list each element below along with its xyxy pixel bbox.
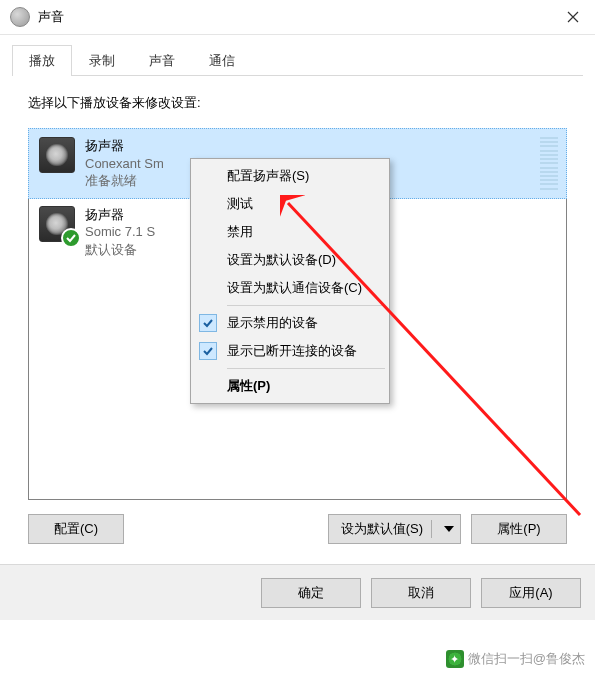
cancel-button[interactable]: 取消 <box>371 578 471 608</box>
tab-sounds[interactable]: 声音 <box>132 45 192 76</box>
dropdown-divider <box>431 520 432 538</box>
menu-set-default-comm[interactable]: 设置为默认通信设备(C) <box>193 274 387 302</box>
window-icon <box>10 7 30 27</box>
properties-button[interactable]: 属性(P) <box>471 514 567 544</box>
instruction-text: 选择以下播放设备来修改设置: <box>28 94 567 112</box>
spacer <box>134 514 318 544</box>
check-icon <box>199 314 217 332</box>
watermark-text: 微信扫一扫@鲁俊杰 <box>468 650 585 668</box>
menu-show-disconnected-label: 显示已断开连接的设备 <box>227 343 357 358</box>
menu-disable[interactable]: 禁用 <box>193 218 387 246</box>
tab-strip: 播放 录制 声音 通信 <box>12 45 583 76</box>
device-status: 默认设备 <box>85 241 155 259</box>
menu-show-disabled-label: 显示禁用的设备 <box>227 315 318 330</box>
dialog-action-bar: 确定 取消 应用(A) <box>0 564 595 620</box>
apply-button[interactable]: 应用(A) <box>481 578 581 608</box>
device-icon-wrap <box>39 206 75 242</box>
panel-button-row: 配置(C) 设为默认值(S) 属性(P) <box>28 514 567 544</box>
set-default-button[interactable]: 设为默认值(S) <box>328 514 461 544</box>
tab-recording[interactable]: 录制 <box>72 45 132 76</box>
menu-properties[interactable]: 属性(P) <box>193 372 387 400</box>
device-icon-wrap <box>39 137 75 173</box>
default-check-icon <box>61 228 81 248</box>
window-title: 声音 <box>38 8 550 26</box>
context-menu: 配置扬声器(S) 测试 禁用 设置为默认设备(D) 设置为默认通信设备(C) 显… <box>190 158 390 404</box>
device-name: 扬声器 <box>85 206 155 224</box>
device-status: 准备就绪 <box>85 172 164 190</box>
check-icon <box>199 342 217 360</box>
watermark: ✦ 微信扫一扫@鲁俊杰 <box>446 650 585 668</box>
menu-show-disabled[interactable]: 显示禁用的设备 <box>193 309 387 337</box>
menu-test[interactable]: 测试 <box>193 190 387 218</box>
tab-communications[interactable]: 通信 <box>192 45 252 76</box>
device-name: 扬声器 <box>85 137 164 155</box>
device-subname: Conexant Sm <box>85 155 164 173</box>
menu-separator <box>227 305 385 306</box>
configure-button[interactable]: 配置(C) <box>28 514 124 544</box>
chevron-down-icon <box>444 526 454 532</box>
level-meter <box>540 137 558 190</box>
device-texts: 扬声器 Conexant Sm 准备就绪 <box>85 137 164 190</box>
menu-separator <box>227 368 385 369</box>
ok-button[interactable]: 确定 <box>261 578 361 608</box>
device-texts: 扬声器 Somic 7.1 S 默认设备 <box>85 206 155 259</box>
set-default-label: 设为默认值(S) <box>341 520 423 538</box>
device-subname: Somic 7.1 S <box>85 223 155 241</box>
titlebar: 声音 <box>0 0 595 35</box>
speaker-icon <box>39 137 75 173</box>
close-button[interactable] <box>550 0 595 34</box>
menu-configure-speaker[interactable]: 配置扬声器(S) <box>193 162 387 190</box>
wechat-icon: ✦ <box>446 650 464 668</box>
menu-show-disconnected[interactable]: 显示已断开连接的设备 <box>193 337 387 365</box>
menu-set-default-device[interactable]: 设置为默认设备(D) <box>193 246 387 274</box>
tab-playback[interactable]: 播放 <box>12 45 72 76</box>
